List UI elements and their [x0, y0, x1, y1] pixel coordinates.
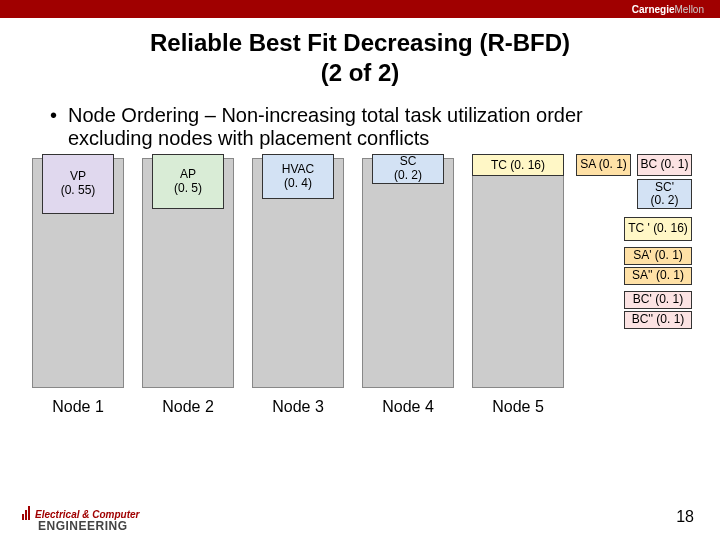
brand-wordmark: CarnegieMellon: [632, 0, 704, 18]
node-label-3: Node 3: [252, 398, 344, 416]
title-line-2: (2 of 2): [0, 58, 720, 88]
task-bc-prime: BC' (0. 1): [624, 291, 692, 309]
task-bc: BC (0. 1): [637, 154, 692, 176]
header-bar: CarnegieMellon: [0, 0, 720, 18]
task-tc-prime: TC ' (0. 16): [624, 217, 692, 241]
task-tc: TC (0. 16): [472, 154, 564, 176]
task-bcpp-label: BC'' (0. 1): [625, 313, 691, 326]
slide-footer: Electrical & Computer ENGINEERING 18: [0, 492, 720, 532]
task-sap-label: SA' (0. 1): [625, 249, 691, 262]
bin-packing-diagram: VP (0. 55) AP (0. 5) HVAC (0. 4) SC (0. …: [20, 158, 700, 428]
brand-part2: Mellon: [675, 4, 704, 15]
task-scp-util: (0. 2): [638, 194, 691, 207]
task-bc-label: BC (0. 1): [638, 158, 691, 171]
task-vp-util: (0. 55): [43, 184, 113, 198]
task-sc-name: SC: [373, 155, 443, 169]
unplaced-task-stack: SA (0. 1) BC (0. 1) SC' (0. 2) TC ' (0. …: [576, 154, 692, 329]
task-tc-label: TC (0. 16): [491, 158, 545, 172]
node-label-4: Node 4: [362, 398, 454, 416]
page-number: 18: [676, 508, 694, 526]
node-label-5: Node 5: [472, 398, 564, 416]
task-ap-util: (0. 5): [153, 182, 223, 196]
bullet-dot-icon: •: [50, 104, 68, 150]
bullet-item: • Node Ordering – Non-increasing total t…: [50, 104, 670, 150]
task-vp-name: VP: [43, 170, 113, 184]
node-label-1: Node 1: [32, 398, 124, 416]
task-sapp-label: SA'' (0. 1): [625, 269, 691, 282]
task-sc: SC (0. 2): [372, 154, 444, 184]
task-sa-prime: SA' (0. 1): [624, 247, 692, 265]
logo-line2: ENGINEERING: [38, 519, 128, 533]
task-ap: AP (0. 5): [152, 154, 224, 209]
task-bcp-label: BC' (0. 1): [625, 293, 691, 306]
task-vp: VP (0. 55): [42, 154, 114, 214]
title-line-1: Reliable Best Fit Decreasing (R-BFD): [0, 28, 720, 58]
bin-node-5: [472, 158, 564, 388]
task-tcp-label: TC ' (0. 16): [625, 222, 691, 235]
bullet-text: Node Ordering – Non-increasing total tas…: [68, 104, 670, 150]
brand-part1: Carnegie: [632, 4, 675, 15]
task-sc-util: (0. 2): [373, 169, 443, 183]
task-sc-prime: SC' (0. 2): [637, 179, 692, 209]
task-bc-double-prime: BC'' (0. 1): [624, 311, 692, 329]
slide-title: Reliable Best Fit Decreasing (R-BFD) (2 …: [0, 28, 720, 88]
bin-node-4: [362, 158, 454, 388]
task-hvac-util: (0. 4): [263, 177, 333, 191]
task-hvac: HVAC (0. 4): [262, 154, 334, 199]
dept-logo: Electrical & Computer ENGINEERING: [22, 506, 139, 532]
logo-bars-icon: [22, 506, 31, 520]
task-ap-name: AP: [153, 168, 223, 182]
task-sa-double-prime: SA'' (0. 1): [624, 267, 692, 285]
task-sa-label: SA (0. 1): [577, 158, 630, 171]
task-hvac-name: HVAC: [263, 163, 333, 177]
task-sa: SA (0. 1): [576, 154, 631, 176]
node-label-2: Node 2: [142, 398, 234, 416]
